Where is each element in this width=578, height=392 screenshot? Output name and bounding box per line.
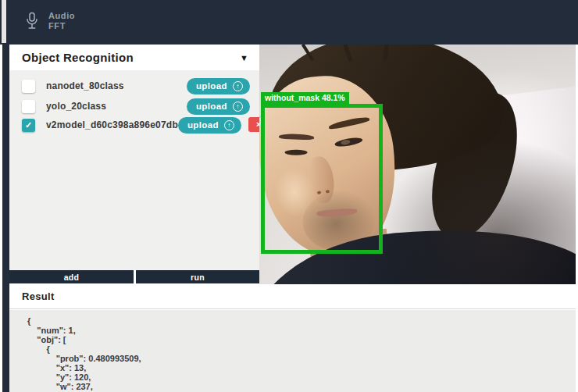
upload-arrow-icon: [233, 102, 243, 112]
app-title-line2: FFT: [48, 21, 75, 31]
result-title: Result: [22, 290, 55, 302]
model-label: nanodet_80class: [46, 80, 124, 91]
model-checkbox-2[interactable]: [22, 119, 35, 132]
model-label: v2model_d60c398a896e07db: [46, 119, 178, 130]
model-label: yolo_20class: [46, 101, 106, 112]
panel-actions: add run: [9, 270, 259, 283]
left-rail: [2, 0, 9, 392]
upload-button[interactable]: upload: [187, 98, 250, 115]
model-checkbox-0[interactable]: [22, 80, 35, 93]
result-body: { "num": 1, "obj": [ { "prob": 0.4809935…: [9, 310, 576, 392]
model-list: nanodet_80class upload yolo_20class uplo…: [9, 70, 259, 270]
model-row: v2model_d60c398a896e07db upload: [22, 116, 250, 134]
window-edge-strip: [2, 0, 6, 43]
upload-button-label: upload: [196, 81, 227, 91]
model-row: nanodet_80class upload: [22, 77, 250, 94]
result-json: { "num": 1, "obj": [ { "prob": 0.4809935…: [27, 316, 141, 391]
upload-button-label: upload: [196, 102, 227, 111]
corner-shadow: [373, 136, 576, 284]
chevron-down-icon: [240, 53, 248, 62]
upload-button-label: upload: [187, 120, 219, 130]
camera-view: without_mask 48.1%: [259, 45, 576, 284]
model-row: yolo_20class upload: [22, 98, 250, 115]
app-title: Audio FFT: [48, 11, 75, 31]
detection-label: without_mask 48.1%: [261, 92, 349, 104]
app-window: Audio FFT Object Recognition nanodet_80c…: [0, 0, 578, 392]
result-section: Result { "num": 1, "obj": [ { "prob": 0.…: [9, 284, 576, 392]
run-button[interactable]: run: [136, 270, 259, 283]
nav-item-audio-fft[interactable]: Audio FFT: [25, 9, 75, 33]
app-title-line1: Audio: [48, 11, 75, 21]
result-header: Result: [9, 284, 576, 309]
upload-button[interactable]: upload: [187, 78, 250, 94]
upload-arrow-icon: [233, 81, 243, 91]
detection-bounding-box: [261, 104, 383, 254]
add-button[interactable]: add: [9, 270, 134, 283]
app-header: Audio FFT: [0, 0, 578, 45]
microphone-icon: [25, 9, 39, 33]
upload-arrow-icon: [224, 120, 234, 130]
upload-button[interactable]: upload: [178, 117, 241, 134]
panel-title: Object Recognition: [22, 51, 134, 64]
panel-dropdown-header[interactable]: Object Recognition: [9, 45, 259, 70]
model-checkbox-1[interactable]: [22, 100, 35, 113]
